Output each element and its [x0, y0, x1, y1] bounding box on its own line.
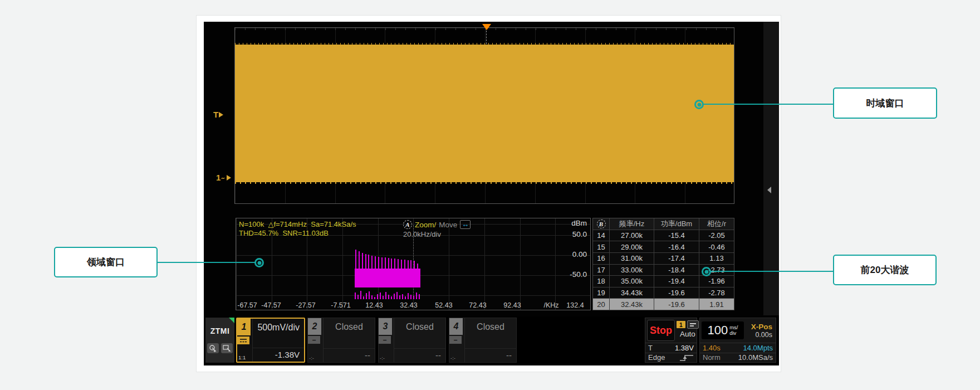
brand-name: ZTMI [210, 326, 230, 335]
capture-window-time: 1.40s [703, 344, 721, 352]
channel-2-number-tab[interactable]: 2 [308, 318, 321, 335]
spectrum-spike [385, 257, 386, 269]
harmonic-cell: -19.6 [654, 287, 699, 299]
callout-freq-domain: 领域窗口 [54, 247, 158, 277]
fft-x-tick: 52.43 [435, 301, 452, 309]
trigger-position-line [486, 31, 487, 44]
timebase-scale-chip[interactable]: 100 ms/ div [702, 321, 744, 339]
knob-b-icon: B [597, 220, 606, 228]
harmonic-cell: -1.96 [699, 276, 734, 287]
channel-2-block[interactable]: 2 – -:- Closed -- [307, 318, 375, 363]
channel-3-block[interactable]: 3 – -:- Closed -- [378, 318, 446, 363]
trigger-level-value: 1.38V [675, 344, 694, 352]
channel-4-value: -- [465, 348, 516, 362]
timebase-scale-value: 100 [707, 323, 728, 338]
arrow-right-icon [219, 112, 223, 118]
harmonic-row[interactable]: 2032.43k-19.61.91 [593, 299, 734, 310]
channel-4-number-tab[interactable]: 4 [449, 318, 463, 335]
harmonic-cell: 20 [593, 299, 609, 310]
spectrum-noise [399, 295, 400, 299]
trigger-source-chip[interactable]: 1 [677, 321, 685, 328]
harmonic-cell: -2.78 [699, 287, 734, 299]
channel-4-coupling-chip: – [449, 336, 462, 344]
trigger-coupling-icon [687, 320, 699, 329]
touch-pointer-icon[interactable] [207, 343, 219, 353]
spectrum-spike [362, 253, 363, 269]
spectrum-noise [380, 292, 381, 299]
spectrum-spike [355, 250, 356, 269]
harmonic-cell: 1.91 [699, 299, 734, 310]
harmonic-cell: 29.00k [610, 241, 654, 252]
harmonic-cell: 33.00k [610, 265, 654, 276]
trigger-level-marker[interactable]: T [213, 110, 223, 119]
spectrum-noise [391, 296, 392, 299]
trigger-block[interactable]: Stop 1 Auto T 1 [645, 318, 697, 363]
channel-4-status: Closed [465, 318, 516, 332]
trigger-type[interactable]: Edge [648, 353, 665, 362]
fft-x-tick: -67.57 [237, 301, 257, 309]
callout-harmonics: 前20大谐波 [833, 255, 937, 285]
fft-x-tick: 32.43 [400, 301, 417, 309]
spectrum-spike [401, 260, 402, 269]
trigger-sweep-mode[interactable]: Auto [680, 330, 695, 338]
channel-1-block[interactable]: 1 1:1 500mV/div -1.38V [236, 318, 305, 363]
callout-line-freq-domain [158, 262, 256, 263]
time-domain-window[interactable] [234, 27, 734, 204]
channel-1-number-tab[interactable]: 1 [237, 319, 251, 335]
channel-1-probe-ratio: 1:1 [238, 354, 246, 360]
harmonic-row[interactable]: 1529.00k-16.4-0.46 [593, 241, 734, 252]
trigger-level-label: T [648, 344, 653, 352]
channel-1-scale: 500mV/div [253, 319, 304, 333]
trigger-position-marker-icon[interactable] [482, 24, 491, 30]
timebase-block[interactable]: 100 ms/ div X-Pos 0.00s 1.40s [699, 318, 776, 363]
fft-y-tick: -50.0 [570, 270, 587, 279]
ch1-position-marker[interactable]: 1 [216, 173, 231, 182]
harmonic-cell: -2.05 [699, 230, 734, 241]
harmonic-cell: 27.00k [610, 230, 654, 241]
fft-zoom-move-control[interactable]: A Zoom/ Move ↔ [403, 220, 471, 229]
callout-line-time-domain [703, 104, 833, 105]
spectrum-spike [417, 264, 418, 269]
harmonics-table-header: B 频率/Hz 功率/dBm 相位/r [593, 218, 734, 230]
harmonic-row[interactable]: 1835.00k-19.4-1.96 [593, 276, 734, 287]
spectrum-spike [388, 258, 389, 269]
brand-logo-block[interactable]: ZTMI [205, 318, 234, 363]
channel-4-block[interactable]: 4 – -:- Closed -- [449, 318, 517, 363]
spectrum-noise [385, 292, 386, 299]
spectrum-noise [369, 291, 370, 299]
spectrum-noise [383, 296, 384, 299]
fft-window[interactable]: N=100k △f=714mHz Sa=71.4kSa/s THD=45.7% … [236, 218, 591, 310]
fft-hdiv-label: 20.0kHz/div [403, 230, 441, 238]
fft-info-line2: THD=45.7% SNR=11.03dB [239, 229, 329, 237]
callout-dot-freq-domain [254, 258, 264, 267]
harmonic-row[interactable]: 1427.00k-15.4-2.05 [593, 230, 734, 241]
harmonic-row[interactable]: 1733.00k-18.4-2.73 [593, 265, 734, 276]
page-background: T 1 N=100k △f=714mHz Sa=71.4kSa/s THD=45… [0, 0, 980, 390]
spectrum-noise [388, 295, 389, 299]
channel-2-coupling-chip: – [308, 336, 320, 344]
channel-4-probe-ratio: -:- [450, 355, 455, 361]
select-drag-icon[interactable] [221, 343, 233, 353]
spectrum-noise [374, 297, 375, 299]
knob-a-icon: A [403, 220, 412, 229]
fft-y-tick: 0.00 [572, 250, 587, 259]
corner-triangle-icon [229, 318, 234, 323]
fft-move-label[interactable]: Move [439, 221, 457, 229]
fft-x-tick: 92.43 [503, 301, 521, 309]
harmonic-cell: -18.4 [654, 265, 699, 276]
bottom-status-bar: ZTMI 1 [204, 316, 779, 365]
fft-zoom-label[interactable]: Zoom/ [415, 221, 436, 229]
harmonic-row[interactable]: 1631.00k-17.41.13 [593, 253, 734, 264]
spectrum-spike [381, 257, 383, 269]
callout-line-harmonics [710, 271, 833, 272]
spectrum-spike [408, 260, 409, 269]
spectrum-noise [360, 291, 361, 299]
timebase-scale-unit: ms/ div [729, 325, 738, 336]
harmonic-cell: -19.6 [654, 299, 699, 310]
channel-3-number-tab[interactable]: 3 [379, 318, 392, 335]
harmonic-row[interactable]: 1934.43k-19.6-2.78 [593, 287, 734, 299]
harmonics-table[interactable]: B 频率/Hz 功率/dBm 相位/r 1427.00k-15.4-2.0515… [592, 218, 734, 310]
harmonics-header-power: 功率/dBm [654, 218, 699, 230]
spectrum-noise [355, 292, 356, 299]
run-stop-button[interactable]: Stop [647, 320, 675, 341]
